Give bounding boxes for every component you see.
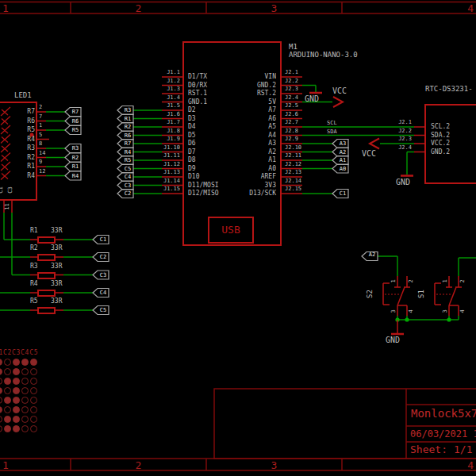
pin-name: D7: [188, 149, 196, 155]
net-flag[interactable]: R4: [122, 150, 133, 155]
pin-number: J2.1: [285, 70, 298, 75]
matrix-dot: [13, 368, 20, 375]
titleblock-date: 06/03/2021 1: [410, 429, 476, 439]
pin-name: SCL.2: [431, 124, 450, 130]
resistor-value: 33R: [51, 245, 62, 251]
net-flag[interactable]: R5: [122, 158, 133, 163]
pin-name: D13/SCK: [236, 190, 276, 197]
net-flag-a2-switch[interactable]: A2: [367, 252, 378, 258]
matrix-dot: [0, 368, 2, 375]
pin-name: D10: [188, 174, 199, 180]
pin-name: A5: [236, 124, 276, 130]
net-flag-a0[interactable]: A0: [337, 167, 348, 172]
frame-col-4-bottom: 4: [342, 460, 474, 470]
net-flag[interactable]: C3: [122, 183, 133, 189]
pin-number: J2.7: [285, 120, 298, 125]
matrix-dot: [13, 359, 20, 366]
net-flag[interactable]: R2: [122, 125, 133, 130]
net-flag-r3[interactable]: R3: [70, 146, 81, 152]
net-flag-r2[interactable]: R2: [70, 155, 81, 161]
matrix-dot: [30, 406, 37, 413]
frame-col-3-bottom: 3: [206, 460, 342, 470]
matrix-dot: [30, 425, 37, 432]
matrix-dot: [0, 425, 2, 432]
pin-name: A0: [236, 166, 276, 172]
switch-s1[interactable]: [431, 273, 464, 321]
resistor-ref: R4: [30, 281, 38, 287]
pin-number: J1.8: [156, 129, 180, 134]
pin-name: R1: [11, 163, 35, 170]
resistor-r4-body[interactable]: [37, 290, 56, 297]
switch-s2[interactable]: [379, 273, 413, 321]
net-flag-r7[interactable]: R7: [70, 109, 81, 115]
pin-name: A7: [236, 107, 276, 113]
pin-name: SDA.2: [431, 132, 450, 139]
frame-col-3-top: 3: [206, 3, 342, 13]
matrix-dot: [30, 397, 37, 404]
pin-number: J2.3: [285, 86, 298, 92]
resistor-r1-body[interactable]: [37, 236, 56, 244]
pin-name: D1/TX: [188, 74, 207, 80]
titleblock-project: Monlock5x7: [411, 408, 476, 419]
net-flag-a2[interactable]: A2: [337, 150, 348, 155]
resistor-value: 33R: [51, 263, 62, 270]
net-flag[interactable]: R3: [122, 108, 133, 113]
vcc-label-arduino: VCC: [332, 87, 347, 95]
rtc-title-label: RTC-DS3231-: [425, 86, 473, 93]
net-flag-r6[interactable]: R6: [70, 119, 81, 125]
pin-name: A1: [236, 157, 276, 163]
resistor-r5-body[interactable]: [37, 307, 56, 314]
net-flag[interactable]: C4: [122, 175, 133, 180]
net-flag[interactable]: C2: [122, 191, 133, 197]
vcc-label-rtc: VCC: [362, 150, 376, 158]
titleblock-sheet-value: 1/1: [454, 444, 472, 455]
pin-number: J1.14: [156, 178, 180, 184]
net-flag-c2[interactable]: C2: [98, 255, 109, 260]
matrix-dot: [30, 416, 37, 423]
pin-number: J2.12: [285, 162, 301, 167]
pin-number: J2.10: [285, 145, 301, 151]
net-flag-r1[interactable]: R1: [70, 164, 81, 170]
pin-name: VIN: [236, 74, 276, 80]
net-flag[interactable]: C5: [122, 167, 133, 172]
pin-name: GND.1: [188, 99, 207, 106]
net-flag-r5[interactable]: R5: [70, 128, 81, 133]
pin-number: J1.3: [156, 86, 180, 92]
pin-number: J1.7: [156, 120, 180, 125]
net-flag-a1[interactable]: A1: [337, 158, 348, 163]
pin-name: D0/RX: [188, 83, 207, 89]
resistor-r2-body[interactable]: [37, 254, 56, 261]
net-flag-c4[interactable]: C4: [98, 290, 109, 296]
pin-number: J2.1: [388, 120, 412, 125]
pin-number: J1.10: [156, 145, 180, 151]
resistor-r3-body[interactable]: [37, 272, 56, 279]
resistor-value: 33R: [51, 281, 62, 287]
net-flag-a3[interactable]: A3: [337, 141, 348, 147]
pin-number: 11: [5, 203, 10, 209]
net-flag-c3[interactable]: C3: [98, 273, 109, 278]
matrix-dot: [13, 387, 20, 394]
net-flag[interactable]: R7: [122, 141, 133, 147]
matrix-dot: [4, 359, 11, 366]
pin-number: 1: [39, 123, 42, 129]
matrix-dot: [13, 378, 20, 385]
net-label-sda: SDA: [327, 129, 337, 135]
net-label-scl: SCL: [327, 121, 337, 126]
pin-number: 9: [39, 159, 42, 165]
pin-name: C1: [0, 186, 4, 193]
frame-col-2-bottom: 2: [71, 460, 206, 470]
matrix-dot: [13, 406, 20, 413]
net-flag[interactable]: R1: [122, 117, 133, 122]
net-flag-c5[interactable]: C5: [98, 308, 109, 313]
pin-name: GND.2: [431, 149, 450, 155]
pin-number: 2: [39, 105, 42, 110]
net-flag-r4[interactable]: R4: [70, 174, 81, 179]
net-flag-c1-d13[interactable]: C1: [337, 191, 348, 197]
resistor-value: 33R: [51, 298, 62, 305]
pin-name: R3: [11, 145, 35, 152]
net-flag-c1[interactable]: C1: [98, 237, 109, 243]
pin-number: J2.2: [388, 129, 412, 134]
pin-number: J2.3: [388, 136, 412, 142]
net-flag[interactable]: R6: [122, 133, 133, 139]
frame-col-4-top: 4: [342, 3, 474, 13]
